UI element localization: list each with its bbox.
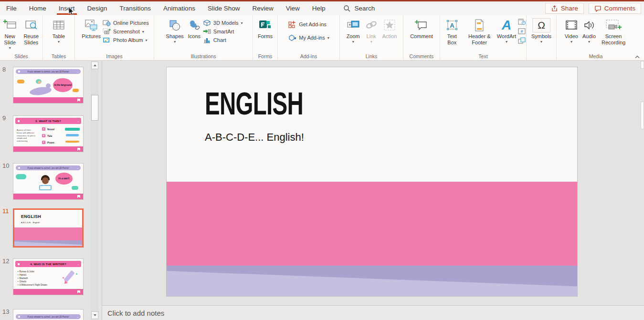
slide-subtitle-text[interactable]: A-B-C-D-E... English! [205, 131, 304, 144]
mini-pink-band [14, 227, 82, 240]
scroll-down-button[interactable] [91, 311, 98, 319]
search-box[interactable]: Search [343, 5, 375, 12]
ribbon-group-label-addins: Add-ins [278, 53, 339, 59]
ribbon-group-label-tables: Tables [43, 53, 74, 59]
tab-file[interactable]: File [0, 1, 23, 15]
mini-purple-band [14, 240, 82, 247]
pictures-button[interactable]: Pictures [80, 16, 103, 41]
tab-animations[interactable]: Animations [157, 1, 201, 15]
banner: 4. WHO IS THE WRITER? → [15, 261, 81, 267]
get-addins-button[interactable]: Get Add-ins [288, 21, 329, 28]
text-box-button[interactable]: A Text Box [440, 16, 464, 47]
slide-12-number: 12 [2, 258, 9, 265]
arrow-right-icon: → [76, 71, 79, 73]
bullet-icon: • [18, 277, 19, 280]
arrow-right-icon: → [77, 120, 79, 122]
dropdown-caret-icon: ▾ [570, 40, 572, 44]
tab-slide-show[interactable]: Slide Show [201, 1, 246, 15]
new-slide-button[interactable]: New Slide ▾ [0, 16, 20, 51]
dropdown-caret-icon: ▾ [241, 21, 243, 25]
photo-album-button[interactable]: Photo Album ▾ [103, 37, 149, 43]
ribbon-group-label-media: Media [557, 53, 635, 59]
share-button[interactable]: Share [545, 3, 584, 14]
list-item: Romeo & Juliet [20, 270, 34, 274]
wordart-label: WordArt [497, 33, 516, 40]
forms-button[interactable]: Forms [256, 16, 274, 41]
omega-symbol-icon: Ω [532, 18, 550, 32]
screenshot-button[interactable]: Screenshot ▾ [103, 28, 149, 35]
option-key: A [42, 127, 45, 131]
bookmark-icon [77, 99, 80, 102]
header-footer-button[interactable]: Header & Footer [464, 16, 495, 47]
rider-head-illustration [38, 81, 41, 84]
slide-13-thumbnail[interactable]: If your answer is correct, you win 20 Po… [13, 309, 84, 320]
cloud-illustration [73, 89, 79, 92]
text-box-label: Text Box [442, 33, 462, 46]
reuse-slides-icon [24, 17, 38, 33]
bottom-strip [13, 146, 83, 152]
screen-recording-button[interactable]: Screen Recording [598, 16, 629, 47]
tab-view[interactable]: View [280, 1, 306, 15]
option-a: A Novel [42, 127, 54, 131]
3d-models-button[interactable]: 3D Models ▾ [203, 20, 243, 26]
symbols-label: Symbols [531, 33, 551, 40]
current-slide[interactable]: ENGLISH A-B-C-D-E... English! [166, 67, 578, 297]
table-button[interactable]: Table ▾ [50, 16, 67, 45]
canvas-scroll-up-button[interactable] [641, 61, 644, 69]
tab-help[interactable]: Help [306, 1, 332, 15]
my-addins-label: My Add-ins [299, 35, 325, 41]
collapse-ribbon-button[interactable] [634, 55, 640, 59]
slide-number-button[interactable]: # [518, 28, 526, 35]
icons-button[interactable]: Icons [186, 16, 203, 41]
chart-button[interactable]: Chart [203, 37, 243, 43]
scrollbar-thumb[interactable] [91, 95, 98, 121]
slide-8-thumbnail[interactable]: If your answer is correct, you win 20 Po… [13, 67, 84, 103]
text-box-icon: A [445, 17, 459, 33]
slide-thumbnail-panel: 8 If your answer is correct, you win 20 … [0, 61, 91, 320]
comments-button[interactable]: Comments [589, 3, 641, 14]
purple-band-shape [167, 266, 577, 297]
scroll-up-button[interactable] [91, 62, 98, 69]
my-addins-button[interactable]: My Add-ins ▾ [288, 34, 329, 41]
shapes-button[interactable]: Shapes ▾ [164, 16, 186, 45]
video-button[interactable]: Video ▾ [562, 16, 581, 45]
audio-icon [583, 17, 595, 33]
slide-10-thumbnail[interactable]: If your answer is correct, you win 20 Po… [13, 163, 84, 200]
icons-icon [188, 17, 201, 33]
slide-9-thumbnail[interactable]: 3. WHAT IS THIS? → A piece of short fict… [13, 115, 84, 152]
slide-11-thumbnail-selected[interactable]: ENGLISH A-B-C-D-E... English! [13, 208, 84, 248]
bookmark-icon [77, 195, 80, 198]
audio-button[interactable]: Audio ▾ [581, 16, 598, 45]
canvas-scrollbar-thumb[interactable] [641, 102, 644, 129]
wordart-button[interactable]: A WordArt ▾ [495, 16, 518, 45]
zoom-button[interactable]: Zoom ▾ [344, 16, 362, 45]
tab-design[interactable]: Design [81, 1, 114, 15]
option-key: C [42, 141, 45, 144]
object-button[interactable] [518, 37, 526, 44]
my-addins-icon [288, 34, 296, 41]
tab-review[interactable]: Review [246, 1, 279, 15]
action-button: Action [380, 16, 399, 41]
slide-title-text[interactable]: ENGLISH [205, 85, 303, 122]
tab-home[interactable]: Home [23, 1, 53, 15]
online-pictures-button[interactable]: Online Pictures [103, 20, 149, 26]
online-pictures-icon [103, 20, 111, 26]
banner: If your answer is correct, you win 20 Po… [16, 314, 81, 319]
tab-insert[interactable]: Insert [53, 1, 81, 15]
home-icon [18, 263, 20, 265]
symbols-button[interactable]: Ω Symbols ▾ [529, 16, 553, 45]
slide-editing-canvas[interactable]: ENGLISH A-B-C-D-E... English! [102, 61, 644, 305]
list-item: Othello [20, 280, 27, 284]
slide-10-number: 10 [2, 162, 9, 169]
date-time-button[interactable] [518, 18, 526, 25]
mini-purple-wedge [14, 240, 82, 247]
comment-button[interactable]: Comment [408, 16, 435, 41]
banner-text: If your answer is correct, you win 20 Po… [28, 71, 69, 73]
smartart-button[interactable]: SmartArt [203, 28, 243, 35]
reuse-slides-button[interactable]: Reuse Slides [20, 16, 42, 47]
tab-transitions[interactable]: Transitions [114, 1, 158, 15]
notes-panel[interactable]: Click to add notes [102, 305, 644, 320]
dropdown-caret-icon: ▾ [174, 40, 176, 44]
slide-12-thumbnail[interactable]: 4. WHO IS THE WRITER? → •Romeo & Juliet … [13, 258, 84, 295]
chart-label: Chart [213, 37, 226, 43]
